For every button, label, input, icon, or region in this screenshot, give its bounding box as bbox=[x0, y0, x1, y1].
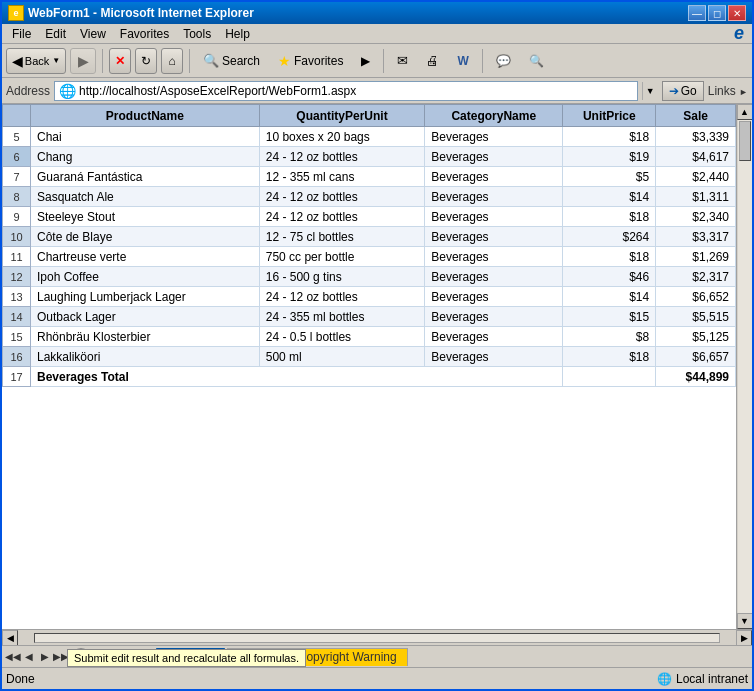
cell-price-15: $8 bbox=[563, 327, 656, 347]
window-title: WebForm1 - Microsoft Internet Explorer bbox=[28, 6, 254, 20]
cell-productname-5: Chai bbox=[31, 127, 260, 147]
scroll-down-button[interactable]: ▼ bbox=[737, 613, 753, 629]
cell-price-10: $264 bbox=[563, 227, 656, 247]
col-header-categoryname: CategoryName bbox=[425, 105, 563, 127]
cell-price-5: $18 bbox=[563, 127, 656, 147]
search-button[interactable]: 🔍 Search bbox=[196, 47, 267, 75]
links-label: Links bbox=[708, 84, 736, 98]
sheet-last-button[interactable]: ▶▶ bbox=[54, 650, 68, 664]
word-button[interactable]: W bbox=[450, 47, 475, 75]
restore-button[interactable]: ◻ bbox=[708, 5, 726, 21]
scroll-thumb[interactable] bbox=[739, 121, 751, 161]
cell-cat-10: Beverages bbox=[425, 227, 563, 247]
sheet-prev-button[interactable]: ◀ bbox=[22, 650, 36, 664]
cell-price-6: $19 bbox=[563, 147, 656, 167]
home-button[interactable]: ⌂ bbox=[161, 48, 183, 74]
cell-price-14: $15 bbox=[563, 307, 656, 327]
cell-qty-8: 24 - 12 oz bottles bbox=[259, 187, 425, 207]
forward-button[interactable]: ▶ bbox=[70, 48, 96, 74]
horizontal-scrollbar[interactable]: ◀ ▶ bbox=[2, 629, 752, 645]
cell-productname-14: Outback Lager bbox=[31, 307, 260, 327]
back-button[interactable]: ◀ Back ▼ bbox=[6, 48, 66, 74]
close-button[interactable]: ✕ bbox=[728, 5, 746, 21]
row-num-12: 12 bbox=[3, 267, 31, 287]
back-dropdown-icon[interactable]: ▼ bbox=[52, 56, 60, 65]
toolbar-sep-4 bbox=[482, 49, 483, 73]
media-button[interactable]: ▶ bbox=[354, 47, 377, 75]
mail-icon: ✉ bbox=[397, 53, 408, 68]
table-row: 16 Lakkaliköori 500 ml Beverages $18 $6,… bbox=[3, 347, 736, 367]
globe-icon: 🌐 bbox=[59, 83, 76, 99]
print-button[interactable]: 🖨 bbox=[419, 47, 446, 75]
discuss-icon: 💬 bbox=[496, 54, 511, 68]
h-scroll-track[interactable] bbox=[34, 633, 720, 643]
address-label: Address bbox=[6, 84, 50, 98]
cell-qty-6: 24 - 12 oz bottles bbox=[259, 147, 425, 167]
col-header-productname: ProductName bbox=[31, 105, 260, 127]
scroll-up-button[interactable]: ▲ bbox=[737, 104, 753, 120]
menu-file[interactable]: File bbox=[6, 26, 37, 42]
mail-button[interactable]: ✉ bbox=[390, 47, 415, 75]
sheet-first-button[interactable]: ◀◀ bbox=[6, 650, 20, 664]
refresh-icon: ↻ bbox=[141, 54, 151, 68]
menu-tools[interactable]: Tools bbox=[177, 26, 217, 42]
table-row: 11 Chartreuse verte 750 cc per bottle Be… bbox=[3, 247, 736, 267]
cell-cat-8: Beverages bbox=[425, 187, 563, 207]
menu-view[interactable]: View bbox=[74, 26, 112, 42]
cell-sale-6: $4,617 bbox=[656, 147, 736, 167]
scroll-right-button[interactable]: ▶ bbox=[736, 630, 752, 646]
forward-arrow-icon: ▶ bbox=[78, 53, 89, 69]
zone-icon: 🌐 bbox=[657, 672, 672, 686]
col-header-quantityperunit: QuantityPerUnit bbox=[259, 105, 425, 127]
refresh-button[interactable]: ↻ bbox=[135, 48, 157, 74]
menu-edit[interactable]: Edit bbox=[39, 26, 72, 42]
stop-button[interactable]: ✕ bbox=[109, 48, 131, 74]
cell-price-8: $14 bbox=[563, 187, 656, 207]
cell-sale-16: $6,657 bbox=[656, 347, 736, 367]
ie-logo: e bbox=[734, 23, 744, 44]
scroll-left-button[interactable]: ◀ bbox=[2, 630, 18, 646]
cell-cat-7: Beverages bbox=[425, 167, 563, 187]
vertical-scrollbar[interactable]: ▲ ▼ bbox=[736, 104, 752, 629]
cell-productname-9: Steeleye Stout bbox=[31, 207, 260, 227]
stop-icon: ✕ bbox=[115, 54, 125, 68]
data-table: ProductName QuantityPerUnit CategoryName… bbox=[2, 104, 736, 387]
menu-bar: File Edit View Favorites Tools Help e bbox=[2, 24, 752, 44]
cell-cat-13: Beverages bbox=[425, 287, 563, 307]
sheet-next-button[interactable]: ▶ bbox=[38, 650, 52, 664]
row-num-7: 7 bbox=[3, 167, 31, 187]
cell-price-9: $18 bbox=[563, 207, 656, 227]
cell-price-12: $46 bbox=[563, 267, 656, 287]
cell-qty-14: 24 - 355 ml bottles bbox=[259, 307, 425, 327]
research-icon: 🔍 bbox=[529, 54, 544, 68]
address-url[interactable]: http://localhost/AsposeExcelReport/WebFo… bbox=[79, 84, 633, 98]
cell-productname-12: Ipoh Coffee bbox=[31, 267, 260, 287]
cell-cat-5: Beverages bbox=[425, 127, 563, 147]
scroll-track[interactable] bbox=[738, 120, 752, 613]
search-icon: 🔍 bbox=[203, 53, 219, 68]
word-icon: W bbox=[457, 54, 468, 68]
menu-favorites[interactable]: Favorites bbox=[114, 26, 175, 42]
col-header-sale: Sale bbox=[656, 105, 736, 127]
cell-sale-5: $3,339 bbox=[656, 127, 736, 147]
star-icon: ★ bbox=[278, 53, 291, 69]
discuss-button[interactable]: 💬 bbox=[489, 47, 518, 75]
spreadsheet-scroll[interactable]: ProductName QuantityPerUnit CategoryName… bbox=[2, 104, 736, 629]
address-dropdown[interactable]: ▼ bbox=[642, 82, 658, 100]
cell-cat-14: Beverages bbox=[425, 307, 563, 327]
col-header-num bbox=[3, 105, 31, 127]
links-button[interactable]: Links ► bbox=[708, 84, 748, 98]
cell-qty-7: 12 - 355 ml cans bbox=[259, 167, 425, 187]
cell-sale-14: $5,515 bbox=[656, 307, 736, 327]
go-arrow-icon: ➔ bbox=[669, 84, 679, 98]
table-row: 8 Sasquatch Ale 24 - 12 oz bottles Bever… bbox=[3, 187, 736, 207]
research-button[interactable]: 🔍 bbox=[522, 47, 551, 75]
table-row: 6 Chang 24 - 12 oz bottles Beverages $19… bbox=[3, 147, 736, 167]
go-button[interactable]: ➔ Go bbox=[662, 81, 704, 101]
favorites-button[interactable]: ★ Favorites bbox=[271, 47, 350, 75]
toolbar: ◀ Back ▼ ▶ ✕ ↻ ⌂ 🔍 Search ★ Favorites ▶ bbox=[2, 44, 752, 78]
menu-help[interactable]: Help bbox=[219, 26, 256, 42]
table-row-total: 17 Beverages Total $44,899 bbox=[3, 367, 736, 387]
minimize-button[interactable]: — bbox=[688, 5, 706, 21]
toolbar-sep-2 bbox=[189, 49, 190, 73]
